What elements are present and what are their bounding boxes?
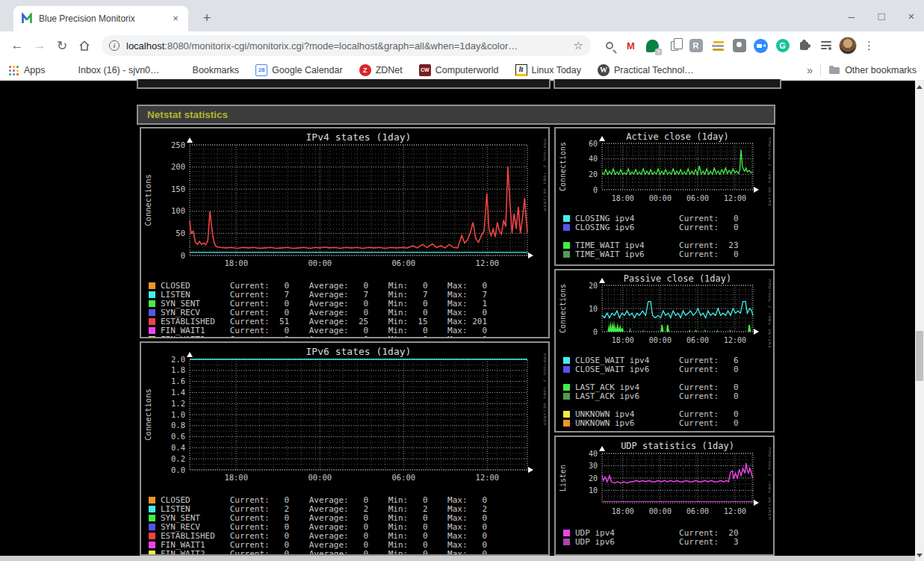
reader-extension-icon[interactable]: R: [685, 35, 707, 56]
bookmark-item-0[interactable]: Apps: [7, 64, 46, 76]
window-maximize-button[interactable]: □: [875, 10, 888, 22]
bookmark-star-icon[interactable]: ☆: [574, 39, 583, 52]
graph-active-close[interactable]: 18:0000:0006:0012:000204060Active close …: [554, 127, 775, 266]
gmail-extension-icon[interactable]: M: [620, 35, 642, 56]
window-close-button[interactable]: ×: [905, 10, 918, 22]
url-text: localhost:8080/monitorix-cgi/monitorix.c…: [126, 40, 569, 52]
graph-udp-statistics[interactable]: 18:0000:0006:0012:0010203040UDP statisti…: [554, 436, 775, 556]
svg-text:0: 0: [181, 251, 185, 260]
bookmark-label: Computerworld: [435, 65, 499, 75]
svg-text:20: 20: [589, 282, 598, 290]
svg-text:06:00: 06:00: [686, 507, 709, 515]
bookmarks-overflow-chevron[interactable]: »: [807, 64, 813, 76]
profile-avatar[interactable]: [837, 35, 858, 56]
bookmark-label: Bookmarks: [193, 65, 240, 75]
search-icon[interactable]: [598, 35, 620, 56]
graph-ipv6-states[interactable]: 18:0000:0006:0012:000.00.20.40.60.81.01.…: [140, 341, 550, 556]
wp-icon: W: [598, 64, 610, 76]
window-minimize-button[interactable]: –: [845, 10, 858, 22]
svg-text:Connections: Connections: [559, 284, 567, 333]
legend-swatch: [563, 251, 570, 258]
bookmark-item-1[interactable]: Inbox (16) - sjvn0…: [62, 64, 160, 76]
legend-row: UDP ipv6 Current: 3: [563, 537, 773, 546]
library-extension-icon[interactable]: [707, 35, 728, 56]
home-button[interactable]: [73, 39, 96, 52]
legend-text: LAST_ACK ipv6 Current: 0: [575, 391, 739, 401]
svg-text:1.6: 1.6: [171, 376, 185, 385]
lamp-extension-icon[interactable]: [728, 35, 750, 56]
folder-icon: [828, 64, 840, 76]
browser-tab[interactable]: Blue Precision Monitorix ×: [13, 6, 188, 31]
bookmark-item-6[interactable]: ltLinux Today: [515, 64, 582, 76]
legend-swatch: [563, 366, 570, 373]
legend-swatch: [149, 497, 155, 503]
svg-text:00:00: 00:00: [308, 473, 332, 482]
bookmark-label: Linux Today: [532, 65, 582, 75]
svg-text:12:00: 12:00: [724, 507, 746, 515]
svg-text:0.8: 0.8: [171, 421, 185, 430]
chrome-menu-icon[interactable]: ⋮: [858, 35, 880, 56]
legend-row: LISTEN Current: 7 Average: 7 Min: 7 Max:…: [149, 290, 548, 299]
bookmark-item-4[interactable]: ZZDNet: [359, 64, 403, 76]
svg-text:250: 250: [171, 140, 185, 149]
svg-text:1.8: 1.8: [171, 365, 185, 374]
puzzle-extensions-icon[interactable]: [793, 35, 815, 56]
legend-swatch: [149, 551, 155, 557]
chart-canvas: 18:0000:0006:0012:000204060Active close …: [557, 130, 771, 206]
back-button[interactable]: ←: [6, 38, 28, 53]
bookmark-item-5[interactable]: CWComputerworld: [419, 64, 499, 76]
forward-button[interactable]: →: [28, 38, 51, 53]
svg-text:06:00: 06:00: [392, 258, 416, 267]
chart-canvas: 18:0000:0006:0012:00050100150200250IPv4 …: [143, 130, 546, 273]
scrollbar-up-arrow-icon[interactable]: [915, 82, 924, 91]
scrollbar-thumb[interactable]: [916, 331, 923, 381]
chart-legend: CLOSE_WAIT ipv4 Current: 6CLOSE_WAIT ipv…: [557, 356, 773, 427]
legend-swatch: [149, 309, 155, 316]
svg-text:RRDTOOL / TOBI OETIKER: RRDTOOL / TOBI OETIKER: [767, 279, 771, 348]
apps-grid-icon: [7, 64, 19, 76]
bookmark-item-3[interactable]: 28Google Calendar: [255, 64, 343, 76]
grammarly-extension-icon[interactable]: G: [772, 35, 793, 56]
new-tab-button[interactable]: +: [197, 8, 217, 28]
reload-button[interactable]: ↻: [51, 38, 73, 54]
page-info-icon[interactable]: i: [109, 40, 120, 51]
copy-pages-extension-icon[interactable]: [663, 35, 685, 56]
extensions-row: M R G ⋮: [598, 35, 880, 56]
chart-canvas: 18:0000:0006:0012:0010203040UDP statisti…: [557, 438, 771, 521]
svg-text:18:00: 18:00: [612, 194, 634, 202]
hangouts-extension-icon[interactable]: [642, 35, 663, 56]
legend-swatch: [149, 318, 155, 325]
legend-row: FIN_WAIT2 Current: 0 Average: 0 Min: 0 M…: [149, 549, 548, 556]
svg-text:06:00: 06:00: [686, 194, 709, 202]
vertical-scrollbar[interactable]: [915, 81, 924, 561]
svg-text:RRDTOOL / TOBI OETIKER: RRDTOOL / TOBI OETIKER: [767, 447, 771, 520]
bookmarks-bar: AppsInbox (16) - sjvn0…Bookmarks28Google…: [0, 60, 924, 81]
graph-passive-close[interactable]: 18:0000:0006:0012:0001020Passive close (…: [554, 269, 775, 433]
bookmark-label: Google Calendar: [272, 65, 343, 75]
other-bookmarks-button[interactable]: Other bookmarks: [828, 64, 917, 76]
legend-row: UDP ipv4 Current: 20: [563, 528, 773, 537]
tab-strip: Blue Precision Monitorix × + – □ ×: [0, 0, 924, 31]
section-header: Netstat statistics: [137, 105, 775, 125]
zoom-extension-icon[interactable]: [750, 35, 772, 56]
scrollbar-down-arrow-icon[interactable]: [915, 551, 924, 560]
bookmark-item-7[interactable]: WPractical Technol…: [598, 64, 694, 76]
svg-text:12:00: 12:00: [724, 336, 746, 344]
svg-text:00:00: 00:00: [649, 507, 672, 515]
legend-swatch: [149, 300, 155, 307]
address-bar[interactable]: i localhost:8080/monitorix-cgi/monitorix…: [102, 35, 591, 56]
svg-text:0.6: 0.6: [171, 432, 185, 441]
legend-row: LAST_ACK ipv4 Current: 0: [563, 382, 773, 391]
legend-text: UNKNOWN ipv6 Current: 0: [575, 418, 739, 428]
legend-row: SYN_SENT Current: 0 Average: 0 Min: 0 Ma…: [149, 299, 548, 308]
legend-swatch: [149, 542, 155, 548]
tab-close-icon[interactable]: ×: [169, 12, 182, 25]
svg-text:06:00: 06:00: [686, 336, 709, 344]
graph-ipv4-states[interactable]: 18:0000:0006:0012:00050100150200250IPv4 …: [140, 127, 550, 338]
playlist-extension-icon[interactable]: [815, 35, 837, 56]
svg-text:18:00: 18:00: [224, 473, 248, 482]
svg-text:00:00: 00:00: [308, 258, 332, 267]
chart-canvas: 18:0000:0006:0012:000.00.20.40.60.81.01.…: [143, 344, 546, 488]
legend-swatch: [563, 539, 570, 545]
bookmark-item-2[interactable]: Bookmarks: [176, 64, 240, 76]
